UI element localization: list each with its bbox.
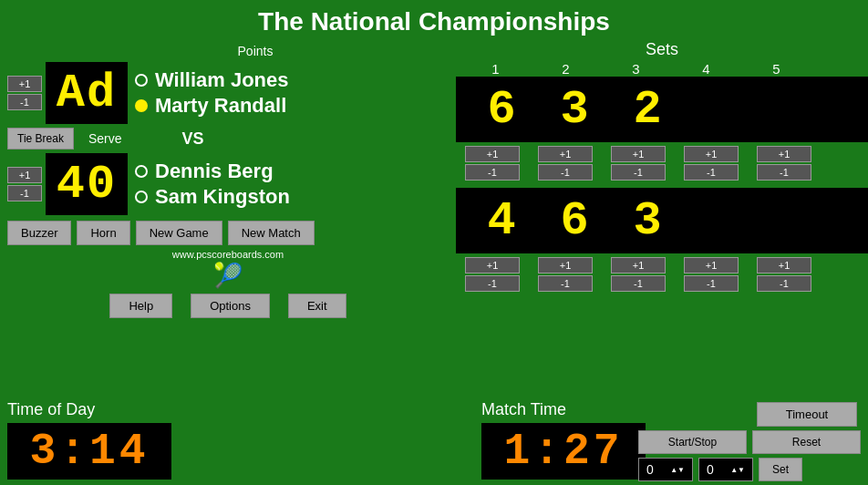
time-of-day-section: Time of Day 3:14 xyxy=(0,395,201,485)
team2-sets-display: 4 6 3 xyxy=(456,188,868,253)
team1-set5-minus[interactable]: -1 xyxy=(757,164,811,181)
new-match-btn[interactable]: New Match xyxy=(228,221,315,245)
team2-set5-plus[interactable]: +1 xyxy=(757,257,811,273)
options-btn[interactable]: Options xyxy=(191,294,270,318)
team1-set1: 6 xyxy=(465,83,538,137)
new-game-btn[interactable]: New Game xyxy=(136,221,222,245)
team1-player2-name: Marty Randall xyxy=(155,94,286,118)
match-time-section: Match Time 1:27 xyxy=(474,395,656,485)
team1-set-pm-row: +1 -1 +1 -1 +1 -1 +1 -1 +1 -1 xyxy=(456,146,868,181)
team2-player1-name: Dennis Berg xyxy=(155,160,274,183)
team2-set2-pm: +1 -1 xyxy=(529,257,602,292)
team1-player1-serve-indicator xyxy=(135,74,148,87)
action-buttons-row: Buzzer Horn New Game New Match xyxy=(7,221,449,245)
team2-player2-serve-indicator xyxy=(135,191,148,203)
spinner2-arrows[interactable]: ▲▼ xyxy=(730,466,745,474)
team1-set1-pm: +1 -1 xyxy=(456,146,529,181)
reset-btn[interactable]: Reset xyxy=(752,430,861,454)
team1-set3-minus[interactable]: -1 xyxy=(611,164,666,181)
team2-set4-minus[interactable]: -1 xyxy=(684,275,739,292)
vs-label: VS xyxy=(181,129,203,149)
team1-set2-pm: +1 -1 xyxy=(529,146,602,181)
bottom-buttons: Help Options Exit xyxy=(7,294,449,318)
team1-set2-plus[interactable]: +1 xyxy=(538,146,593,162)
team2-set3-plus[interactable]: +1 xyxy=(611,257,666,273)
spinner1-value: 0 xyxy=(646,462,654,477)
buzzer-btn[interactable]: Buzzer xyxy=(7,221,71,245)
spinner2: 0 ▲▼ xyxy=(698,458,753,481)
team2-set5-minus[interactable]: -1 xyxy=(757,275,811,292)
team2-set3-minus[interactable]: -1 xyxy=(611,275,666,292)
team2-set-pm-row: +1 -1 +1 -1 +1 -1 +1 -1 +1 -1 xyxy=(456,257,868,292)
points-label: Points xyxy=(62,44,449,58)
website-url: www.pcscoreboards.com xyxy=(172,249,284,260)
team2-player1-serve-indicator xyxy=(135,165,148,178)
team1-score: Ad xyxy=(46,62,128,124)
horn-btn[interactable]: Horn xyxy=(77,221,129,245)
sets-col-headers: 1 2 3 4 5 xyxy=(456,61,868,77)
help-btn[interactable]: Help xyxy=(109,294,172,318)
team1-pm: +1 -1 xyxy=(7,76,42,110)
sets-panel: Sets 1 2 3 4 5 6 3 2 +1 -1 +1 -1 xyxy=(456,40,868,322)
team2-plus-btn[interactable]: +1 xyxy=(7,167,42,183)
team2-set4-plus[interactable]: +1 xyxy=(684,257,739,273)
set-col-4: 4 xyxy=(671,61,741,77)
match-time-label: Match Time xyxy=(481,400,649,419)
team1-minus-btn[interactable]: -1 xyxy=(7,94,42,110)
team2-info: Dennis Berg Sam Kingston xyxy=(135,160,290,209)
team1-set2-minus[interactable]: -1 xyxy=(538,164,593,181)
team1-plus-btn[interactable]: +1 xyxy=(7,76,42,92)
team1-set3-plus[interactable]: +1 xyxy=(611,146,666,162)
team2-player2-name: Sam Kingston xyxy=(155,185,290,209)
team2-set3-pm: +1 -1 xyxy=(602,257,675,292)
team2-set5-pm: +1 -1 xyxy=(748,257,821,292)
set-col-3: 3 xyxy=(601,61,671,77)
team2-set1-plus[interactable]: +1 xyxy=(465,257,520,273)
team2-set1: 4 xyxy=(465,194,538,248)
spinner2-value: 0 xyxy=(707,462,714,477)
team1-set3: 2 xyxy=(611,83,684,137)
set-btn[interactable]: Set xyxy=(759,458,802,481)
start-stop-btn[interactable]: Start/Stop xyxy=(638,430,747,454)
team2-player1-row: Dennis Berg xyxy=(135,160,290,183)
team1-set1-plus[interactable]: +1 xyxy=(465,146,520,162)
tennis-icon: 🎾 xyxy=(7,262,449,290)
time-of-day-label: Time of Day xyxy=(7,400,193,419)
team2-minus-btn[interactable]: -1 xyxy=(7,185,42,201)
team1-set4-minus[interactable]: -1 xyxy=(684,164,739,181)
timeout-btn[interactable]: Timeout xyxy=(757,402,857,427)
spinner1-arrows[interactable]: ▲▼ xyxy=(670,466,685,474)
team2-set3: 3 xyxy=(611,194,684,248)
left-panel: Points +1 -1 Ad William Jones Marty Rand… xyxy=(0,40,456,322)
set-col-2: 2 xyxy=(531,61,601,77)
team1-set4-plus[interactable]: +1 xyxy=(684,146,739,162)
team2-set2-minus[interactable]: -1 xyxy=(538,275,593,292)
serve-label: Serve xyxy=(88,131,122,146)
time-of-day-display: 3:14 xyxy=(7,423,171,480)
team2-row: +1 -1 40 Dennis Berg Sam Kingston xyxy=(7,153,449,215)
team2-pm: +1 -1 xyxy=(7,167,42,201)
sets-label: Sets xyxy=(456,40,868,59)
team2-set1-minus[interactable]: -1 xyxy=(465,275,520,292)
website-area: www.pcscoreboards.com 🎾 xyxy=(7,249,449,290)
match-time-display: 1:27 xyxy=(481,423,646,480)
team1-player1-row: William Jones xyxy=(135,68,289,92)
page-title: The National Championships xyxy=(0,0,868,40)
team1-set2: 3 xyxy=(538,83,611,137)
set-input-row: 0 ▲▼ 0 ▲▼ Set xyxy=(638,458,861,481)
team1-player1-name: William Jones xyxy=(155,68,289,92)
team1-player2-serve-indicator xyxy=(135,99,148,112)
tiebreak-btn[interactable]: Tie Break xyxy=(7,128,74,150)
team1-set1-minus[interactable]: -1 xyxy=(465,164,520,181)
team1-set5-plus[interactable]: +1 xyxy=(757,146,811,162)
team1-sets-display: 6 3 2 xyxy=(456,77,868,142)
exit-btn[interactable]: Exit xyxy=(288,294,346,318)
team2-set2-plus[interactable]: +1 xyxy=(538,257,593,273)
team1-player2-row: Marty Randall xyxy=(135,94,289,118)
team1-info: William Jones Marty Randall xyxy=(135,68,289,118)
spinner1: 0 ▲▼ xyxy=(638,458,693,481)
team2-score: 40 xyxy=(46,153,128,215)
team2-set2: 6 xyxy=(538,194,611,248)
team1-set4-pm: +1 -1 xyxy=(675,146,748,181)
set-col-5: 5 xyxy=(741,61,811,77)
